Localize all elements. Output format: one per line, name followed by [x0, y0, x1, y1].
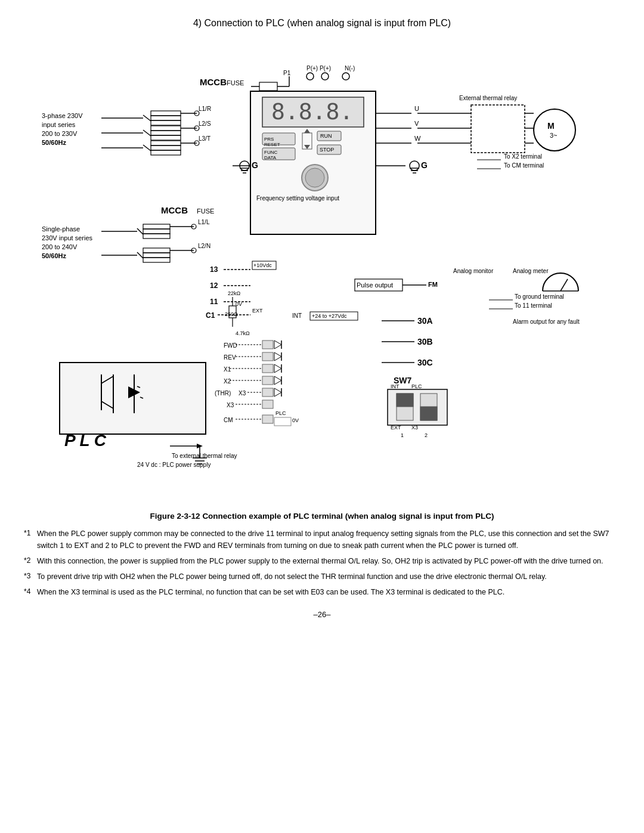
footnote-4-text: When the X3 terminal is used as the PLC …: [37, 586, 620, 598]
svg-rect-7: [151, 120, 181, 125]
svg-text:RESET: RESET: [264, 142, 280, 147]
svg-text:8.8.8.: 8.8.8.: [271, 98, 353, 125]
svg-rect-99: [143, 253, 170, 258]
svg-text:W: W: [414, 135, 421, 142]
svg-text:L3/T: L3/T: [199, 135, 210, 142]
svg-text:22kΩ: 22kΩ: [228, 290, 241, 296]
30b-label: 30B: [417, 337, 433, 346]
svg-rect-139: [262, 364, 273, 373]
svg-rect-13: [151, 126, 181, 131]
footnote-1-text: When the PLC power supply common may be …: [37, 528, 620, 552]
to-11-label: To 11 terminal: [515, 302, 552, 309]
svg-point-61: [534, 109, 575, 151]
svg-text:EXT: EXT: [252, 308, 263, 314]
svg-line-97: [137, 252, 143, 258]
thr-x3-label: (THR): [215, 390, 231, 397]
svg-marker-144: [274, 376, 281, 385]
footnote-4-star: *4: [24, 586, 37, 598]
svg-point-33: [321, 73, 329, 80]
footnote-1-star: *1: [24, 528, 37, 552]
svg-rect-27: [259, 82, 277, 91]
svg-text:P(+) P(+): P(+) P(+): [306, 65, 331, 72]
svg-text:FUNC: FUNC: [264, 150, 277, 155]
plc-big-label: P L C: [64, 431, 107, 450]
svg-rect-91: [143, 229, 170, 234]
page-number: –26–: [24, 610, 620, 619]
svg-text:L1/L: L1/L: [198, 219, 210, 225]
30a-label: 30A: [417, 316, 433, 326]
svg-text:4.7kΩ: 4.7kΩ: [236, 330, 250, 336]
svg-line-4: [143, 115, 151, 121]
fuse-label: FUSE: [227, 79, 244, 86]
svg-rect-154: [262, 415, 273, 423]
svg-marker-149: [274, 388, 281, 397]
mccb2-label: MCCB: [161, 205, 188, 215]
svg-rect-15: [151, 135, 181, 140]
footnote-3-star: *3: [24, 571, 37, 583]
svg-text:PLC: PLC: [275, 410, 286, 416]
svg-text:L2/S: L2/S: [199, 120, 211, 127]
svg-rect-21: [151, 141, 181, 145]
terminal-11: 11: [210, 298, 218, 306]
svg-text:200 to 230V: 200 to 230V: [42, 130, 78, 137]
fm-label: FM: [428, 281, 438, 288]
diagram-area: MCCB FUSE 3-phase 230V input series 200 …: [24, 41, 620, 506]
svg-rect-131: [262, 340, 273, 349]
vdc-power-label: 24 V dc : PLC power supply: [137, 462, 210, 468]
footnote-1: *1 When the PLC power supply common may …: [24, 528, 620, 552]
svg-rect-165: [60, 363, 206, 434]
svg-text:U: U: [414, 105, 419, 112]
svg-text:L1/R: L1/R: [199, 106, 211, 112]
svg-text:P1: P1: [283, 70, 291, 76]
svg-rect-100: [143, 258, 170, 262]
svg-rect-5: [151, 111, 181, 116]
svg-text:250Ω: 250Ω: [225, 311, 238, 317]
ext-sw7-label: EXT: [391, 425, 401, 431]
svg-rect-23: [151, 150, 181, 155]
svg-point-32: [306, 73, 314, 80]
footnote-3: *3 To prevent drive trip with OH2 when t…: [24, 571, 620, 583]
terminal-c1: C1: [206, 311, 215, 320]
single-phase-label: Single-phase: [42, 225, 80, 233]
svg-text:3~: 3~: [550, 132, 558, 139]
svg-text:X3: X3: [239, 390, 246, 397]
svg-line-119: [561, 279, 568, 291]
svg-rect-152: [262, 400, 273, 408]
fwd-label: FWD: [224, 342, 237, 349]
svg-rect-156: [274, 417, 291, 426]
external-thermal-label: External thermal relay: [459, 95, 517, 101]
footnote-3-text: To prevent drive trip with OH2 when the …: [37, 571, 620, 583]
svg-text:G: G: [252, 160, 258, 170]
analog-meter-label: Analog meter: [513, 268, 549, 274]
svg-text:STOP: STOP: [320, 147, 334, 153]
svg-line-20: [143, 145, 151, 151]
svg-rect-90: [143, 224, 170, 229]
svg-text:L2/N: L2/N: [198, 243, 210, 249]
svg-text:200 to 240V: 200 to 240V: [42, 243, 78, 250]
freq-voltage-label: Frequency setting voltage input: [256, 195, 339, 202]
svg-point-34: [342, 73, 349, 80]
svg-text:input series: input series: [42, 121, 76, 128]
svg-rect-64: [471, 105, 525, 153]
plc-sw7-label: PLC: [411, 383, 422, 389]
terminal-13: 13: [210, 265, 218, 274]
rev-label: REV: [224, 354, 236, 361]
terminal-12: 12: [210, 281, 218, 290]
svg-text:RUN: RUN: [320, 133, 332, 139]
mccb-label: MCCB: [200, 77, 227, 87]
svg-text:50/60Hz: 50/60Hz: [42, 252, 66, 259]
x3-plc-label: X3: [227, 402, 234, 408]
to-x2-label: To X2 terminal: [504, 153, 542, 160]
footnote-2-star: *2: [24, 555, 37, 567]
svg-marker-140: [274, 364, 281, 373]
analog-monitor-label: Analog monitor: [453, 268, 494, 274]
svg-rect-160: [397, 394, 413, 407]
to-ground-label: To ground terminal: [515, 293, 564, 300]
three-phase-label: 3-phase 230V: [42, 112, 83, 119]
svg-rect-98: [143, 248, 170, 253]
alarm-output-label: Alarm output for any fault: [513, 318, 580, 325]
x3-sw7-label: X3: [411, 425, 418, 431]
int-sw7-label: INT: [391, 383, 400, 389]
svg-line-12: [143, 130, 151, 136]
svg-rect-143: [262, 376, 273, 385]
